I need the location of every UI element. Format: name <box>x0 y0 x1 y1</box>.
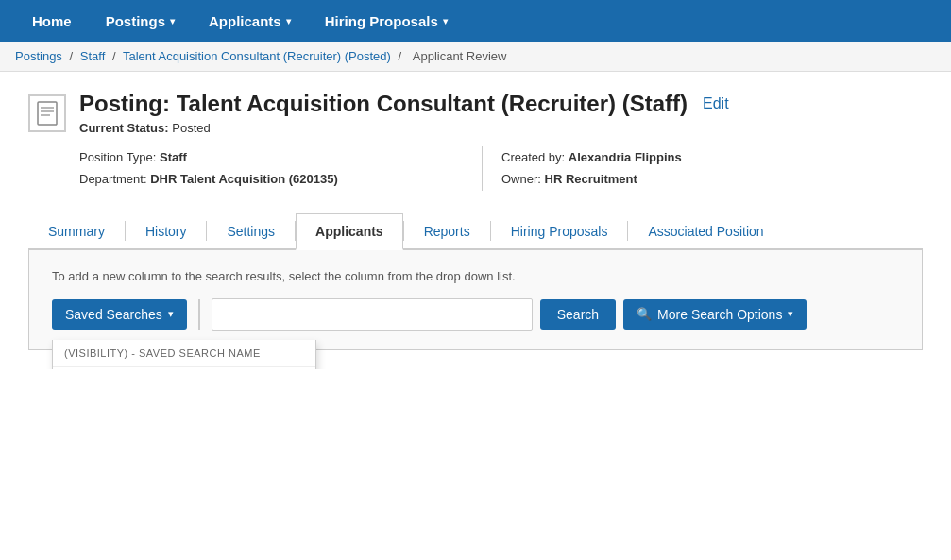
meta-col-left: Position Type: Staff Department: DHR Tal… <box>79 146 483 191</box>
breadcrumb-current: Applicant Review <box>413 49 507 63</box>
postings-arrow-icon: ▾ <box>170 16 175 26</box>
applicants-panel: To add a new column to the search result… <box>28 250 923 350</box>
hiring-proposals-arrow-icon: ▾ <box>443 16 448 26</box>
posting-meta: Position Type: Staff Department: DHR Tal… <box>79 146 923 191</box>
meta-col-right: Created by: Alexandria Flippins Owner: H… <box>501 146 904 191</box>
main-content: Posting: Talent Acquisition Consultant (… <box>0 72 951 369</box>
main-navbar: Home Postings ▾ Applicants ▾ Hiring Prop… <box>0 0 951 42</box>
breadcrumb-staff[interactable]: Staff <box>80 49 106 63</box>
tab-history[interactable]: History <box>126 213 207 250</box>
edit-link[interactable]: Edit <box>703 95 729 112</box>
tab-associated-position[interactable]: Associated Position <box>628 213 783 250</box>
more-search-options-button[interactable]: 🔍 More Search Options ▾ <box>623 299 807 330</box>
search-button[interactable]: Search <box>540 299 616 330</box>
nav-hiring-proposals[interactable]: Hiring Proposals ▾ <box>308 0 465 42</box>
search-icon: 🔍 <box>637 307 652 321</box>
nav-home[interactable]: Home <box>15 0 89 42</box>
breadcrumb: Postings / Staff / Talent Acquisition Co… <box>0 42 951 72</box>
breadcrumb-posting-name[interactable]: Talent Acquisition Consultant (Recruiter… <box>123 49 391 63</box>
created-by: Created by: Alexandria Flippins <box>501 146 885 168</box>
position-type: Position Type: Staff <box>79 146 463 168</box>
dropdown-item-0[interactable]: (Global) - Staff Applicants <box>53 367 315 369</box>
more-options-arrow-icon: ▾ <box>788 308 793 320</box>
tab-applicants[interactable]: Applicants <box>296 213 403 250</box>
saved-searches-button[interactable]: Saved Searches ▾ <box>52 299 187 330</box>
search-hint: To add a new column to the search result… <box>52 269 899 283</box>
dropdown-header: (VISIBILITY) - SAVED SEARCH NAME <box>53 340 315 367</box>
owner: Owner: HR Recruitment <box>501 168 885 190</box>
tab-summary[interactable]: Summary <box>28 213 125 250</box>
saved-searches-dropdown: (VISIBILITY) - SAVED SEARCH NAME (Global… <box>52 340 316 369</box>
search-row: Saved Searches ▾ (VISIBILITY) - SAVED SE… <box>52 298 899 331</box>
breadcrumb-postings[interactable]: Postings <box>15 49 62 63</box>
department: Department: DHR Talent Acquisition (6201… <box>79 168 463 190</box>
posting-header: Posting: Talent Acquisition Consultant (… <box>28 91 923 191</box>
nav-applicants[interactable]: Applicants ▾ <box>192 0 308 42</box>
saved-searches-arrow-icon: ▾ <box>168 308 174 320</box>
applicants-arrow-icon: ▾ <box>286 16 291 26</box>
tab-reports[interactable]: Reports <box>404 213 490 250</box>
posting-title: Posting: Talent Acquisition Consultant (… <box>79 91 923 117</box>
svg-rect-0 <box>38 102 57 125</box>
search-divider <box>198 299 200 330</box>
posting-title-area: Posting: Talent Acquisition Consultant (… <box>79 91 923 191</box>
tab-hiring-proposals[interactable]: Hiring Proposals <box>491 213 628 250</box>
search-input[interactable] <box>212 298 533 331</box>
nav-postings[interactable]: Postings ▾ <box>89 0 192 42</box>
posting-icon <box>28 94 66 132</box>
current-status: Current Status: Posted <box>79 121 923 135</box>
tabs-bar: Summary History Settings Applicants Repo… <box>28 213 923 250</box>
tab-settings[interactable]: Settings <box>207 213 295 250</box>
